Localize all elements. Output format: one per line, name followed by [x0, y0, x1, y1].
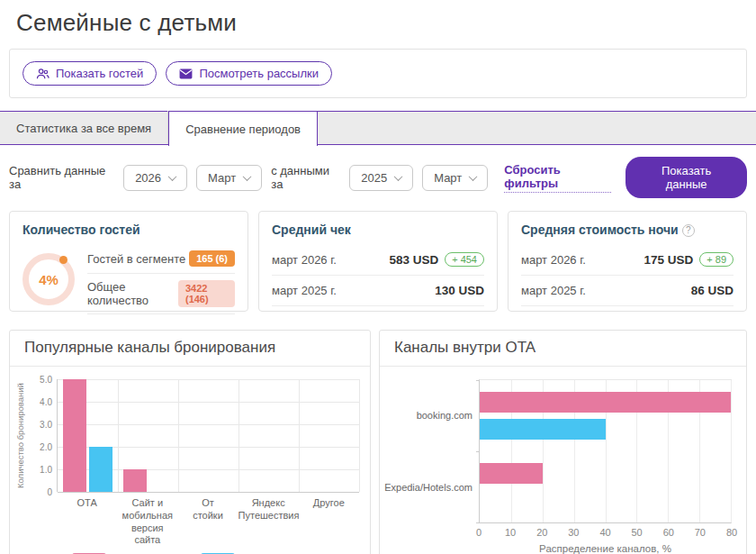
y-tick: 4.0 [40, 397, 52, 407]
bar-group [58, 379, 118, 492]
stat-cards-row: Количество гостей 4% Гостей в сегменте 1… [9, 211, 747, 312]
filter-row: Сравнить данные за 2026 Март с данными з… [9, 145, 747, 209]
total-guests-badge: 3422 (146) [178, 280, 235, 307]
gridline [359, 379, 360, 492]
popular-channels-categories: ОТАСайт и мобильная версия сайтаОт стойк… [57, 492, 359, 547]
chevron-down-icon [469, 172, 478, 181]
avg-night-current-row: март 2026 г. 175 USD + 89 [521, 244, 734, 276]
bar [480, 419, 606, 440]
category-label: Сайт и мобильная версия сайта [117, 492, 177, 547]
year-2-value: 2025 [361, 171, 387, 185]
month-2-select[interactable]: Март [422, 165, 488, 191]
avg-night-previous-label: март 2025 г. [521, 284, 586, 297]
month-1-select[interactable]: Март [196, 165, 262, 191]
tab-bar: Статистика за все время Сравнение период… [0, 111, 756, 145]
x-tick: 30 [568, 527, 579, 538]
guests-in-segment-label: Гостей в сегменте [87, 252, 185, 266]
x-tick: 50 [632, 527, 643, 538]
avg-check-previous-label: март 2025 г. [272, 284, 337, 297]
ota-category-labels: booking.comExpedia/Hotels.com [385, 379, 479, 523]
compare-label: Сравнить данные за [9, 164, 114, 191]
y-tick: 1.0 [40, 465, 52, 475]
chevron-down-icon [168, 172, 177, 181]
avg-check-card: Средний чек март 2026 г. 583 USD + 454 м… [258, 211, 498, 312]
bar-group [178, 379, 238, 492]
segment-percent: 4% [39, 272, 58, 287]
bar-rows [480, 380, 731, 522]
avg-night-previous-value: 86 USD [691, 284, 734, 297]
avg-night-current-value: 175 USD [644, 253, 694, 267]
gridline [58, 492, 359, 493]
avg-check-current-row: март 2026 г. 583 USD + 454 [272, 244, 484, 276]
bar-group [118, 379, 178, 492]
actions-panel: Показать гостей Посмотреть рассылки [9, 49, 747, 98]
x-axis-label: Распределение каналов, % [479, 543, 732, 554]
x-tick: 10 [505, 527, 516, 538]
avg-check-delta-badge: + 454 [445, 252, 484, 267]
bar [480, 392, 731, 413]
show-guests-label: Показать гостей [56, 67, 143, 80]
view-mailings-label: Посмотреть рассылки [199, 67, 319, 80]
popular-channels-plot: 5.04.03.02.01.00 [57, 379, 359, 492]
year-1-value: 2026 [135, 171, 161, 185]
ota-channels-plot [479, 379, 732, 523]
year-2-select[interactable]: 2025 [349, 165, 413, 191]
avg-night-title-text: Средняя стоимость ночи [521, 223, 679, 237]
avg-night-current-label: март 2026 г. [521, 253, 586, 267]
category-label: От стойки [177, 492, 238, 547]
chevron-down-icon [394, 172, 403, 181]
avg-check-title: Средний чек [272, 223, 484, 237]
x-tick: 70 [695, 527, 706, 538]
guests-card-title: Количество гостей [22, 223, 235, 237]
x-tick: 60 [663, 527, 674, 538]
bar [123, 469, 147, 492]
bar [480, 463, 543, 484]
avg-night-card: Средняя стоимость ночи? март 2026 г. 175… [508, 211, 747, 312]
x-tick: 20 [536, 527, 547, 538]
category-label: Другое [299, 492, 359, 547]
chevron-down-icon [243, 172, 252, 181]
bar-group [238, 379, 299, 492]
bar [63, 379, 86, 492]
help-icon[interactable]: ? [682, 224, 695, 237]
avg-check-current-value: 583 USD [389, 253, 438, 267]
guests-icon [36, 68, 50, 80]
guests-in-segment-row: Гостей в сегменте 165 (6) [87, 244, 235, 274]
bar-group [480, 380, 731, 451]
category-label: Expedia/Hotels.com [385, 451, 479, 523]
year-1-select[interactable]: 2026 [123, 165, 187, 191]
category-label: booking.com [385, 379, 479, 451]
page-title: Семейные с детьми [16, 9, 747, 37]
guests-count-card: Количество гостей 4% Гостей в сегменте 1… [9, 211, 248, 312]
y-tick: 2.0 [40, 442, 52, 452]
avg-night-delta-badge: + 89 [699, 252, 734, 267]
tab-period-comparison[interactable]: Сравнение периодов [168, 111, 318, 146]
category-label: ОТА [57, 492, 117, 547]
month-2-value: Март [434, 171, 462, 185]
show-data-button[interactable]: Показать данные [626, 157, 747, 198]
avg-night-previous-row: март 2025 г. 86 USD [521, 276, 734, 306]
month-1-value: Март [208, 171, 236, 185]
envelope-icon [179, 68, 193, 79]
avg-check-previous-row: март 2025 г. 130 USD [272, 276, 484, 306]
x-tick: 40 [599, 527, 610, 538]
popular-channels-chart-title: Популярные каналы бронирования [10, 331, 370, 367]
reset-filters-link[interactable]: Сбросить фильтры [504, 163, 611, 193]
total-guests-row: Общее количество 3422 (146) [87, 274, 235, 314]
y-axis-label: Количество бронирований [15, 379, 30, 492]
guests-in-segment-badge: 165 (6) [189, 250, 235, 267]
avg-check-previous-value: 130 USD [435, 284, 484, 297]
tab-all-time-stats[interactable]: Статистика за все время [0, 111, 168, 145]
gridline [731, 380, 732, 522]
view-mailings-button[interactable]: Посмотреть рассылки [166, 61, 332, 86]
x-tick: 80 [726, 527, 737, 538]
y-tick: 5.0 [40, 375, 52, 385]
category-label: Яндекс Путешествия [238, 492, 299, 547]
charts-row: Популярные каналы бронирования Количеств… [9, 330, 747, 554]
avg-check-current-label: март 2026 г. [272, 253, 337, 267]
x-tick: 0 [476, 527, 482, 538]
ota-channels-chart-card: Каналы внутри OTA booking.comExpedia/Hot… [379, 330, 747, 554]
y-tick: 3.0 [40, 420, 52, 430]
show-guests-button[interactable]: Показать гостей [22, 61, 157, 86]
total-guests-label: Общее количество [87, 280, 178, 307]
